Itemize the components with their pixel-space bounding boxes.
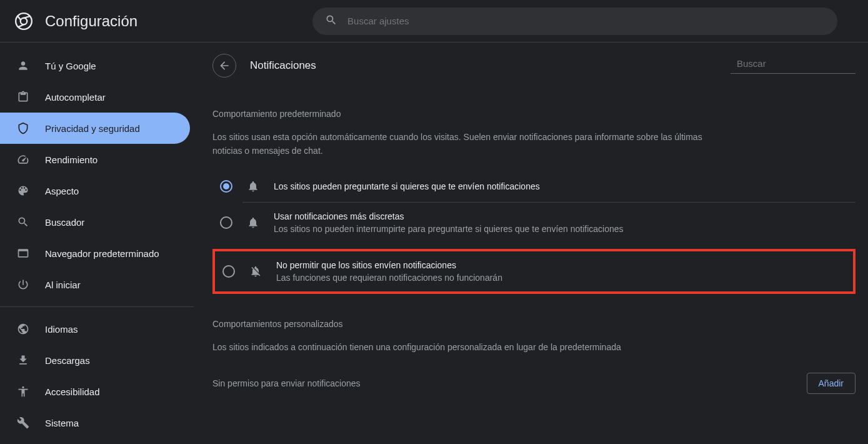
browser-icon xyxy=(16,246,30,260)
sidebar-item-on-startup[interactable]: Al iniciar xyxy=(0,269,190,300)
palette-icon xyxy=(16,184,30,198)
svg-point-1 xyxy=(21,18,27,24)
clipboard-icon xyxy=(16,90,30,104)
option-sites-can-ask[interactable]: Los sitios pueden preguntarte si quieres… xyxy=(212,171,856,202)
bell-icon xyxy=(246,179,260,193)
radio-unselected[interactable] xyxy=(220,216,232,229)
default-behavior-section: Comportamiento predeterminado Los sitios… xyxy=(212,109,856,294)
sidebar-item-default-browser[interactable]: Navegador predeterminado xyxy=(0,238,190,269)
header-title-wrap: Configuración xyxy=(15,13,137,30)
option-label: No permitir que los sitios envíen notifi… xyxy=(276,260,502,270)
option-sublabel: Los sitios no pueden interrumpirte para … xyxy=(274,224,624,234)
bell-off-icon xyxy=(249,265,262,278)
radio-text: Los sitios pueden preguntarte si quieres… xyxy=(274,181,540,191)
page-title: Notificaciones xyxy=(250,59,316,72)
sidebar-item-label: Descargas xyxy=(45,355,90,366)
sidebar-item-label: Idiomas xyxy=(45,324,78,335)
custom-behavior-title: Comportamientos personalizados xyxy=(212,319,856,329)
search-icon xyxy=(325,14,337,29)
sidebar-item-label: Accesibilidad xyxy=(45,386,100,397)
sidebar-item-label: Tú y Google xyxy=(45,61,96,71)
sidebar-item-you-and-google[interactable]: Tú y Google xyxy=(0,50,190,81)
sidebar-item-label: Sistema xyxy=(45,418,79,428)
custom-behavior-section: Comportamientos personalizados Los sitio… xyxy=(212,319,856,400)
sidebar-item-label: Navegador predeterminado xyxy=(45,248,159,259)
option-quieter-notifications[interactable]: Usar notificaciones más discretas Los si… xyxy=(242,202,856,243)
option-dont-allow-notifications[interactable]: No permitir que los sitios envíen notifi… xyxy=(212,249,856,294)
sidebar-item-privacy-security[interactable]: Privacidad y seguridad xyxy=(0,113,190,144)
sidebar-item-label: Aspecto xyxy=(45,186,79,196)
default-behavior-desc: Los sitios usan esta opción automáticame… xyxy=(212,130,712,158)
sidebar-item-label: Al iniciar xyxy=(45,280,81,290)
back-button[interactable] xyxy=(212,54,236,78)
sidebar-item-appearance[interactable]: Aspecto xyxy=(0,175,190,206)
no-permission-label: Sin permiso para enviar notificaciones xyxy=(212,378,361,388)
sidebar-item-label: Rendimiento xyxy=(45,154,97,165)
globe-icon xyxy=(16,322,30,336)
sidebar: Tú y Google Autocompletar Privacidad y s… xyxy=(0,43,194,444)
power-icon xyxy=(16,278,30,291)
speedometer-icon xyxy=(16,153,30,166)
sidebar-item-languages[interactable]: Idiomas xyxy=(0,313,190,345)
person-icon xyxy=(16,59,30,73)
content-header: Notificaciones xyxy=(212,54,856,78)
sidebar-divider xyxy=(0,306,194,307)
radio-selected[interactable] xyxy=(220,180,232,193)
shield-icon xyxy=(16,121,30,135)
main: Tú y Google Autocompletar Privacidad y s… xyxy=(0,43,868,444)
content-search[interactable] xyxy=(731,58,856,74)
option-sublabel: Las funciones que requieran notificacion… xyxy=(276,273,502,283)
sidebar-item-performance[interactable]: Rendimiento xyxy=(0,144,190,175)
sidebar-item-system[interactable]: Sistema xyxy=(0,407,190,438)
sidebar-item-downloads[interactable]: Descargas xyxy=(0,345,190,376)
option-label: Usar notificaciones más discretas xyxy=(274,211,624,221)
add-button[interactable]: Añadir xyxy=(807,373,856,394)
global-search[interactable] xyxy=(312,8,837,35)
sidebar-item-label: Autocompletar xyxy=(45,92,106,103)
sidebar-item-accessibility[interactable]: Accesibilidad xyxy=(0,376,190,407)
bell-icon xyxy=(246,216,260,230)
sidebar-item-search-engine[interactable]: Buscador xyxy=(0,206,190,238)
chrome-icon xyxy=(15,13,32,30)
default-behavior-title: Comportamiento predeterminado xyxy=(212,109,856,119)
sidebar-item-autofill[interactable]: Autocompletar xyxy=(0,81,190,113)
no-permission-row: Sin permiso para enviar notificaciones A… xyxy=(212,366,856,400)
sidebar-item-label: Buscador xyxy=(45,217,84,228)
app-title: Configuración xyxy=(45,13,137,30)
sidebar-item-label: Privacidad y seguridad xyxy=(45,123,140,134)
radio-text: No permitir que los sitios envíen notifi… xyxy=(276,260,502,283)
accessibility-icon xyxy=(16,385,30,398)
content: Notificaciones Comportamiento predetermi… xyxy=(194,43,868,444)
radio-text: Usar notificaciones más discretas Los si… xyxy=(274,211,624,234)
search-icon xyxy=(16,215,30,229)
option-label: Los sitios pueden preguntarte si quieres… xyxy=(274,181,540,191)
custom-behavior-desc: Los sitios indicados a continuación tien… xyxy=(212,340,712,354)
global-search-input[interactable] xyxy=(347,16,825,26)
radio-unselected[interactable] xyxy=(222,265,235,278)
header: Configuración xyxy=(0,0,868,43)
wrench-icon xyxy=(16,416,30,430)
content-search-input[interactable] xyxy=(737,58,856,69)
download-icon xyxy=(16,353,30,367)
